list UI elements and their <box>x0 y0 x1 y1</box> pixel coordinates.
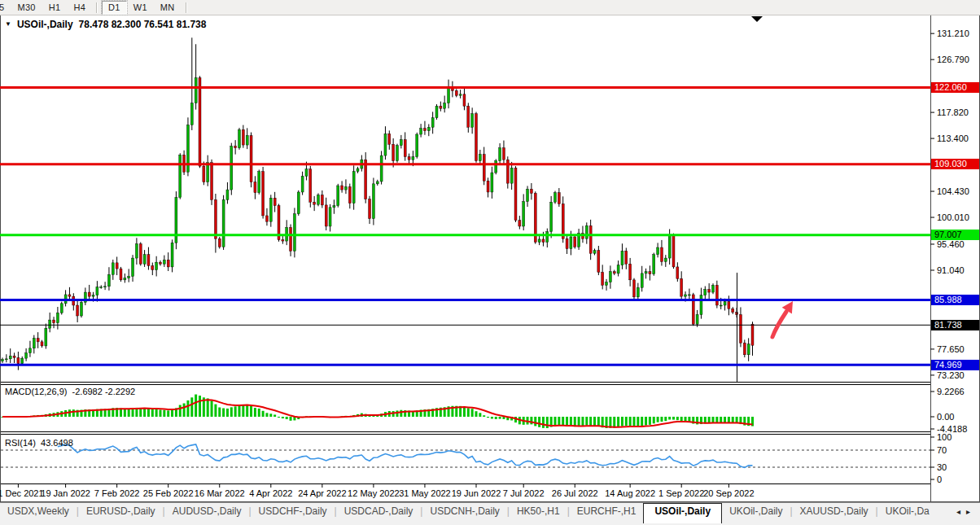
price-axis-tick-label: 100.010 <box>937 212 969 222</box>
candle <box>514 166 517 222</box>
candle-body-bull <box>9 356 11 359</box>
macd-histogram-bar <box>143 408 146 417</box>
macd-histogram-bar <box>246 405 248 417</box>
candle-body-bear <box>404 140 406 157</box>
macd-name: MACD(12,26,9) <box>5 387 67 396</box>
candle-body-bull <box>246 135 248 145</box>
candle-body-bull <box>238 129 241 147</box>
candle-body-bear <box>88 292 90 296</box>
timeframe-button-h4[interactable]: H4 <box>67 1 92 15</box>
tab-usdcad-daily[interactable]: USDCAD-,Daily <box>337 503 421 522</box>
candle-body-bull <box>107 274 110 286</box>
candle <box>199 76 201 168</box>
macd-histogram-bar <box>720 417 722 422</box>
tab-eurusd-daily[interactable]: EURUSD-,Daily <box>79 503 163 522</box>
candle-body-bull <box>527 189 529 201</box>
candle-body-bull <box>179 155 182 197</box>
macd-histogram-bar <box>534 417 536 426</box>
tab-usoil-daily[interactable]: USOil-,Daily <box>643 503 722 523</box>
macd-histogram-bar <box>139 408 142 417</box>
rsi-name: RSI(14) <box>5 438 36 448</box>
macd-histogram-bar <box>597 417 600 427</box>
macd-axis-tick-label: 9.2266 <box>937 387 965 396</box>
candle-body-bear <box>254 182 256 193</box>
macd-histogram-bar <box>155 409 158 417</box>
candle <box>175 191 177 249</box>
candle-body-bull <box>337 186 339 206</box>
rsi-axis-tick-label: 30 <box>937 462 947 472</box>
tab-scroll-right-icon[interactable]: ▸ <box>966 507 970 516</box>
candle-body-bull <box>685 295 687 296</box>
chart-dropdown-icon[interactable]: ▼ <box>5 20 11 28</box>
candle <box>574 235 576 249</box>
time-axis-label: 7 Feb 2022 <box>94 488 140 498</box>
candle <box>309 166 312 208</box>
time-axis-label: 31 Dec 2021 <box>0 488 44 498</box>
timeframe-button-w1[interactable]: W1 <box>127 1 154 15</box>
tab-scroll-left-icon[interactable]: ◂ <box>956 507 960 516</box>
macd-histogram-bar <box>530 417 532 424</box>
candle-body-bull <box>100 287 103 288</box>
rsi-indicator-label: RSI(14) 43.6498 <box>5 438 73 448</box>
candle-body-bull <box>384 133 387 155</box>
candle-body-bear <box>313 202 316 204</box>
candle-body-bull <box>92 295 94 296</box>
tab-eurchf-h1[interactable]: EURCHF-,H1 <box>570 503 644 522</box>
candle <box>380 151 383 184</box>
candle-body-bull <box>499 148 501 161</box>
candle-body-bear <box>77 305 79 316</box>
candle-body-bear <box>562 203 564 238</box>
timeframe-button-d1[interactable]: D1 <box>102 1 127 15</box>
candle-body-bear <box>262 172 265 216</box>
candle <box>238 128 241 150</box>
macd-histogram-bar <box>463 407 466 417</box>
tab-audusd-daily[interactable]: AUDUSD-,Daily <box>165 503 249 522</box>
candle-body-bull <box>720 305 722 306</box>
candle <box>352 165 355 209</box>
timeframe-button-5[interactable]: 5 <box>0 1 11 15</box>
candle <box>222 195 225 250</box>
macd-histogram-bar <box>218 408 221 417</box>
macd-histogram-bar <box>250 406 252 417</box>
macd-histogram-bar <box>728 417 730 422</box>
candle-body-bull <box>396 146 399 161</box>
rsi-axis-tick-label: 100 <box>937 432 952 442</box>
macd-histogram-bar <box>625 417 628 426</box>
candle-body-bear <box>751 324 754 345</box>
macd-histogram-bar <box>546 417 549 428</box>
tab-usdchf-daily[interactable]: USDCHF-,Daily <box>252 503 335 522</box>
tab-xauusd-daily[interactable]: XAUUSD-,Daily <box>793 503 876 522</box>
tab-usdcnh-daily[interactable]: USDCNH-,Daily <box>422 503 506 522</box>
macd-histogram-bar <box>593 417 596 426</box>
tab-ukoil-da[interactable]: UKOil-,Da <box>878 503 937 522</box>
time-axis-label: 31 May 2022 <box>399 488 451 498</box>
candle-body-bull <box>444 103 446 109</box>
candle-body-bull <box>376 182 378 184</box>
candle-body-bear <box>265 216 268 221</box>
macd-histogram-bar <box>502 417 505 419</box>
macd-histogram-bar <box>653 417 655 423</box>
macd-histogram-bar <box>282 417 284 418</box>
candle-body-bear <box>487 181 489 192</box>
timeframe-button-h1[interactable]: H1 <box>42 1 68 15</box>
timeframe-button-m30[interactable]: M30 <box>11 1 42 15</box>
candle-body-bear <box>388 133 391 144</box>
tab-usdx-weekly[interactable]: USDX,Weekly <box>0 503 77 522</box>
macd-histogram-bar <box>724 417 726 422</box>
candle-body-bull <box>293 214 295 252</box>
candle-body-bull <box>479 155 481 161</box>
candle <box>218 237 221 248</box>
candle-body-bull <box>420 129 422 134</box>
timeframe-button-mn[interactable]: MN <box>154 1 182 15</box>
macd-histogram-bar <box>190 397 193 417</box>
macd-histogram-bar <box>538 417 540 427</box>
candle-body-bear <box>408 157 410 160</box>
macd-histogram-bar <box>179 405 182 417</box>
candle-body-bull <box>704 289 707 295</box>
chart-canvas: 131.210126.790117.820113.400104.430100.0… <box>0 0 980 525</box>
tab-hk50-h1[interactable]: HK50-,H1 <box>510 503 567 522</box>
macd-histogram-bar <box>712 417 715 422</box>
candle-body-bear <box>629 264 632 280</box>
candle <box>672 234 675 269</box>
tab-ukoil-daily[interactable]: UKOil-,Daily <box>722 503 790 522</box>
